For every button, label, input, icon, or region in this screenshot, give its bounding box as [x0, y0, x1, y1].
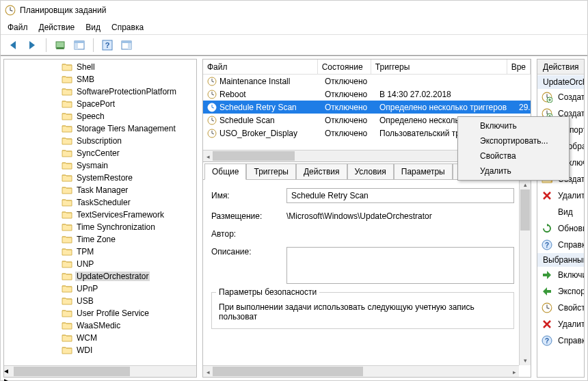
general-h-scrollbar[interactable]: ◂▸	[203, 365, 519, 377]
toolbar-panes-button[interactable]	[71, 37, 88, 53]
tree-item[interactable]: WCM	[4, 332, 196, 344]
task-icon	[207, 116, 217, 125]
tree-item-label: TextServicesFramework	[75, 210, 165, 220]
tree-item[interactable]: UNP	[4, 258, 196, 270]
folder-icon	[62, 222, 72, 232]
task-state: Отключено	[321, 90, 375, 99]
tree-item[interactable]: Time Zone	[4, 233, 196, 246]
action-item[interactable]: Обновить	[537, 220, 584, 237]
tree-item[interactable]: TPM	[4, 246, 196, 258]
svg-rect-5	[75, 43, 78, 49]
cm-enable[interactable]: Включить	[459, 118, 567, 133]
tree-item[interactable]: Speech	[4, 110, 196, 122]
folder-icon	[62, 247, 72, 257]
tree-item[interactable]: Sysmain	[4, 159, 196, 172]
name-label: Имя:	[211, 191, 286, 200]
menu-help[interactable]: Справка	[111, 23, 144, 32]
tab-conditions[interactable]: Условия	[347, 163, 394, 180]
cm-properties[interactable]: Свойства	[459, 148, 567, 163]
tree-item[interactable]: User Profile Service	[4, 307, 196, 319]
tree-item[interactable]: TaskScheduler	[4, 196, 196, 209]
tree-item-label: Task Manager	[75, 185, 129, 195]
task-row[interactable]: Schedule Retry ScanОтключеноОпределено н…	[203, 101, 531, 114]
folder-icon	[62, 333, 72, 343]
menu-action[interactable]: Действие	[39, 23, 75, 32]
task-state: Отключено	[321, 103, 375, 112]
action-item[interactable]: Свойства	[537, 300, 584, 316]
description-label: Описание:	[211, 247, 286, 257]
menubar: Файл Действие Вид Справка	[1, 20, 587, 35]
toolbar-screen-button[interactable]	[52, 37, 68, 53]
tree-item[interactable]: Storage Tiers Management	[4, 122, 196, 135]
menu-file[interactable]: Файл	[8, 23, 28, 32]
description-field[interactable]	[286, 247, 514, 284]
col-time[interactable]: Вре	[507, 60, 531, 74]
action-item[interactable]: Удалить	[537, 316, 584, 332]
action-item-label: Справка	[558, 336, 584, 345]
library-tree[interactable]: ShellSMBSoftwareProtectionPlatformSpaceP…	[4, 60, 196, 365]
tree-item[interactable]: SpacePort	[4, 98, 196, 110]
tree-item-label: SystemRestore	[75, 173, 134, 183]
folder-icon	[62, 111, 72, 121]
cm-export[interactable]: Экспортировать...	[459, 133, 567, 148]
action-item[interactable]: Удалить п	[537, 187, 584, 204]
blank-icon	[542, 207, 552, 218]
tree-item[interactable]: SystemRestore	[4, 172, 196, 184]
toolbar-help-button[interactable]: ?	[99, 37, 116, 53]
tree-item[interactable]: Time Synchronization	[4, 221, 196, 233]
tree-item[interactable]: UPnP	[4, 283, 196, 295]
toolbar-panes-button-2[interactable]	[118, 37, 135, 53]
tree-item[interactable]: USB	[4, 295, 196, 307]
cm-delete[interactable]: Удалить	[459, 163, 567, 179]
security-text: При выполнении задачи использовать следу…	[219, 302, 507, 321]
action-item-label: Удалить	[558, 319, 584, 329]
col-triggers[interactable]: Триггеры	[371, 60, 507, 74]
task-icon	[207, 103, 217, 112]
svg-rect-9	[122, 41, 131, 43]
general-v-scrollbar[interactable]: ▴▾	[519, 180, 531, 365]
action-item[interactable]: Включить	[537, 267, 584, 283]
tree-item-label: UPnP	[75, 284, 99, 293]
folder-icon	[62, 296, 72, 306]
tree-scrollbar[interactable]: ◂ ▸	[4, 365, 196, 377]
svg-text:?: ?	[545, 337, 549, 345]
tree-item[interactable]: WaaSMedic	[4, 319, 196, 332]
tree-item-label: TaskScheduler	[75, 198, 132, 207]
location-label: Размещение:	[211, 211, 286, 221]
task-name: Maintenance Install	[219, 77, 290, 86]
tree-item[interactable]: Shell	[4, 61, 196, 73]
tab-settings[interactable]: Параметры	[394, 163, 453, 180]
tree-item[interactable]: Subscription	[4, 135, 196, 147]
menu-view[interactable]: Вид	[85, 23, 101, 32]
actions-panel: Действия UpdateOrchesСоздать пСоздать зИ…	[537, 59, 585, 378]
tree-item[interactable]: SyncCenter	[4, 147, 196, 159]
tree-item-label: Time Zone	[75, 235, 117, 244]
action-item[interactable]: Создать п	[537, 89, 584, 105]
tree-item[interactable]: Task Manager	[4, 184, 196, 196]
context-menu: Включить Экспортировать... Свойства Удал…	[457, 116, 570, 181]
tree-item[interactable]: TextServicesFramework	[4, 209, 196, 221]
nav-back-button[interactable]	[5, 37, 21, 53]
task-row[interactable]: Maintenance InstallОтключено	[203, 75, 531, 88]
tree-item[interactable]: UpdateOrchestrator	[4, 270, 196, 283]
tree-item[interactable]: WDI	[4, 344, 196, 356]
action-item-label: Экспорт...	[558, 287, 584, 296]
tree-item[interactable]: SMB	[4, 73, 196, 86]
action-item[interactable]: ?Справка	[537, 332, 584, 349]
name-field[interactable]: Schedule Retry Scan	[286, 188, 514, 203]
tab-general[interactable]: Общие	[204, 163, 246, 180]
col-state[interactable]: Состояние	[318, 60, 371, 74]
action-item[interactable]: Вид	[537, 204, 584, 220]
col-file[interactable]: Файл	[203, 60, 318, 74]
nav-forward-button[interactable]	[24, 37, 40, 53]
action-item[interactable]: Экспорт...	[537, 283, 584, 300]
tree-item[interactable]: SoftwareProtectionPlatform	[4, 86, 196, 98]
svg-rect-10	[128, 43, 131, 49]
tree-item-label: UNP	[75, 259, 95, 269]
folder-icon	[62, 136, 72, 146]
tab-triggers[interactable]: Триггеры	[246, 163, 296, 180]
action-item[interactable]: ?Справка	[537, 237, 584, 253]
svg-rect-4	[75, 41, 84, 43]
task-row[interactable]: RebootОтключеноВ 14:30 27.02.2018	[203, 88, 531, 101]
tab-actions[interactable]: Действия	[296, 163, 347, 180]
